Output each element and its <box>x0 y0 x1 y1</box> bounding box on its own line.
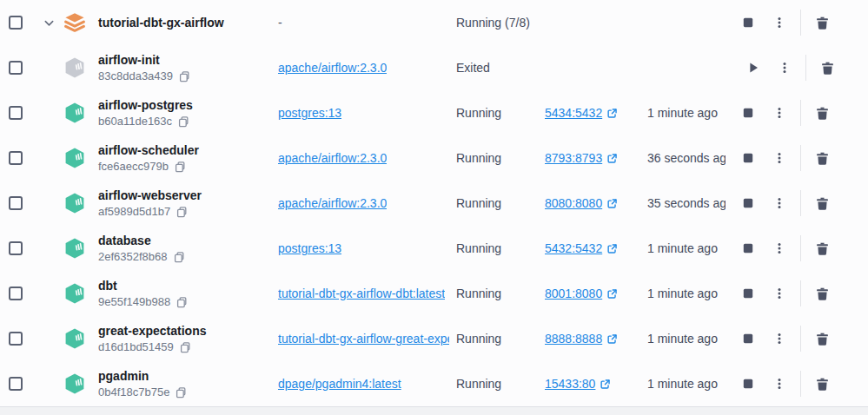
row-checkbox[interactable] <box>9 106 23 120</box>
trash-icon <box>815 106 830 121</box>
delete-button[interactable] <box>809 371 835 397</box>
copy-icon[interactable] <box>177 115 189 128</box>
chevron-down-icon[interactable] <box>43 17 55 29</box>
compose-stack-icon <box>63 10 87 35</box>
stop-icon <box>741 151 755 165</box>
actions-divider <box>800 145 801 171</box>
stop-button[interactable] <box>735 145 761 171</box>
external-link-icon[interactable] <box>606 243 618 254</box>
container-row[interactable]: airflow-scheduler fce6aecc979b apache/ai… <box>0 135 868 181</box>
image-link[interactable]: postgres:13 <box>278 241 341 255</box>
image-link[interactable]: tutorial-dbt-gx-airflow-dbt:latest <box>278 287 445 300</box>
stop-button[interactable] <box>735 235 761 261</box>
delete-button[interactable] <box>809 326 835 352</box>
image-link[interactable]: apache/airflow:2.3.0 <box>278 151 387 165</box>
kebab-menu-icon <box>772 16 786 30</box>
stop-button[interactable] <box>735 326 761 352</box>
row-checkbox[interactable] <box>9 377 23 391</box>
stop-icon <box>741 196 755 210</box>
delete-button[interactable] <box>809 280 835 306</box>
ports-link[interactable]: 8793:8793 <box>545 151 602 165</box>
trash-icon <box>815 287 830 301</box>
ports-link[interactable]: 5432:5432 <box>545 241 602 255</box>
delete-button[interactable] <box>814 55 840 81</box>
container-cube-icon <box>63 56 87 80</box>
copy-icon[interactable] <box>175 386 187 399</box>
external-link-icon[interactable] <box>606 108 618 119</box>
copy-icon[interactable] <box>178 70 190 82</box>
stop-button[interactable] <box>735 100 761 126</box>
kebab-menu-button[interactable] <box>766 326 792 352</box>
row-checkbox[interactable] <box>9 61 23 75</box>
container-id: 83c8dda3a439 <box>98 69 173 83</box>
container-row[interactable]: dbt 9e55f149b988 tutorial-dbt-gx-airflow… <box>0 271 868 316</box>
container-name: airflow-webserver <box>98 188 202 203</box>
container-row[interactable]: airflow-init 83c8dda3a439 apache/airflow… <box>0 45 868 90</box>
actions-divider <box>800 235 801 261</box>
delete-button[interactable] <box>809 235 835 261</box>
delete-button[interactable] <box>809 10 835 36</box>
external-link-icon[interactable] <box>600 379 611 390</box>
copy-icon[interactable] <box>173 251 185 263</box>
started-text: 1 minute ago <box>647 106 718 120</box>
started-text: 35 seconds ago <box>647 196 726 210</box>
stop-button[interactable] <box>735 10 761 36</box>
image-link[interactable]: tutorial-dbt-gx-airflow-great-expectatio… <box>278 332 449 346</box>
container-cube-icon <box>63 146 87 170</box>
external-link-icon[interactable] <box>606 153 618 164</box>
start-button[interactable] <box>740 55 766 81</box>
kebab-menu-button[interactable] <box>766 280 792 306</box>
group-checkbox[interactable] <box>9 16 23 30</box>
compose-group-row[interactable]: tutorial-dbt-gx-airflow - Running (7/8) <box>0 0 868 45</box>
copy-icon[interactable] <box>176 206 188 218</box>
container-name: airflow-postgres <box>98 97 193 113</box>
row-checkbox[interactable] <box>9 196 23 210</box>
actions-divider <box>800 10 801 36</box>
delete-button[interactable] <box>809 190 835 216</box>
row-checkbox[interactable] <box>9 287 23 300</box>
external-link-icon[interactable] <box>606 333 618 345</box>
row-checkbox[interactable] <box>9 151 23 165</box>
ports-link[interactable]: 5434:5432 <box>545 106 602 120</box>
container-row[interactable]: pgadmin 0b4f18c7b75e dpage/pgadmin4:late… <box>0 361 868 406</box>
stop-button[interactable] <box>735 371 761 397</box>
copy-icon[interactable] <box>179 341 191 353</box>
ports-link[interactable]: 8888:8888 <box>545 332 602 346</box>
kebab-menu-icon <box>778 61 792 75</box>
kebab-menu-button[interactable] <box>766 371 792 397</box>
ports-link[interactable]: 15433:80 <box>545 377 595 391</box>
kebab-menu-button[interactable] <box>766 235 792 261</box>
kebab-menu-button[interactable] <box>766 10 792 36</box>
ports-link[interactable]: 8080:8080 <box>545 196 602 210</box>
delete-button[interactable] <box>809 100 835 126</box>
image-link[interactable]: apache/airflow:2.3.0 <box>278 196 387 210</box>
copy-icon[interactable] <box>174 161 186 173</box>
bottom-divider-strip <box>0 406 868 415</box>
kebab-menu-icon <box>772 377 786 391</box>
status-text: Running <box>456 106 501 120</box>
image-link[interactable]: postgres:13 <box>278 106 341 120</box>
stop-button[interactable] <box>735 190 761 216</box>
row-checkbox[interactable] <box>9 241 23 255</box>
image-link[interactable]: dpage/pgadmin4:latest <box>278 377 401 391</box>
external-link-icon[interactable] <box>606 288 618 300</box>
container-row[interactable]: great-expectations d16d1bd51459 tutorial… <box>0 316 868 361</box>
delete-button[interactable] <box>809 145 835 171</box>
container-row[interactable]: airflow-postgres b60a11de163c postgres:1… <box>0 90 868 135</box>
container-id: af5989d5d1b7 <box>98 205 170 219</box>
copy-icon[interactable] <box>176 296 188 308</box>
image-link[interactable]: apache/airflow:2.3.0 <box>278 61 387 75</box>
ports-link[interactable]: 8001:8080 <box>545 287 602 300</box>
external-link-icon[interactable] <box>606 198 618 209</box>
kebab-menu-button[interactable] <box>766 100 792 126</box>
container-row[interactable]: airflow-webserver af5989d5d1b7 apache/ai… <box>0 181 868 226</box>
kebab-menu-button[interactable] <box>772 55 798 81</box>
kebab-menu-icon <box>772 332 786 346</box>
kebab-menu-button[interactable] <box>766 190 792 216</box>
container-name: pgadmin <box>98 368 187 384</box>
kebab-menu-button[interactable] <box>766 145 792 171</box>
row-checkbox[interactable] <box>9 332 23 346</box>
stop-button[interactable] <box>735 280 761 306</box>
container-row[interactable]: database 2ef6352f8b68 postgres:13 Runnin… <box>0 226 868 271</box>
actions-divider <box>800 326 801 352</box>
